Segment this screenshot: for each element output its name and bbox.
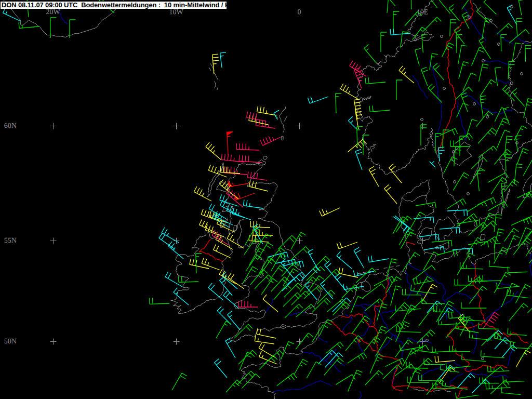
svg-text:0: 0 bbox=[297, 8, 301, 16]
svg-text:60N: 60N bbox=[4, 122, 17, 130]
svg-text:20W: 20W bbox=[46, 8, 60, 16]
svg-text:55N: 55N bbox=[4, 237, 17, 245]
svg-text:50N: 50N bbox=[4, 338, 17, 345]
svg-text:10W: 10W bbox=[169, 8, 183, 16]
